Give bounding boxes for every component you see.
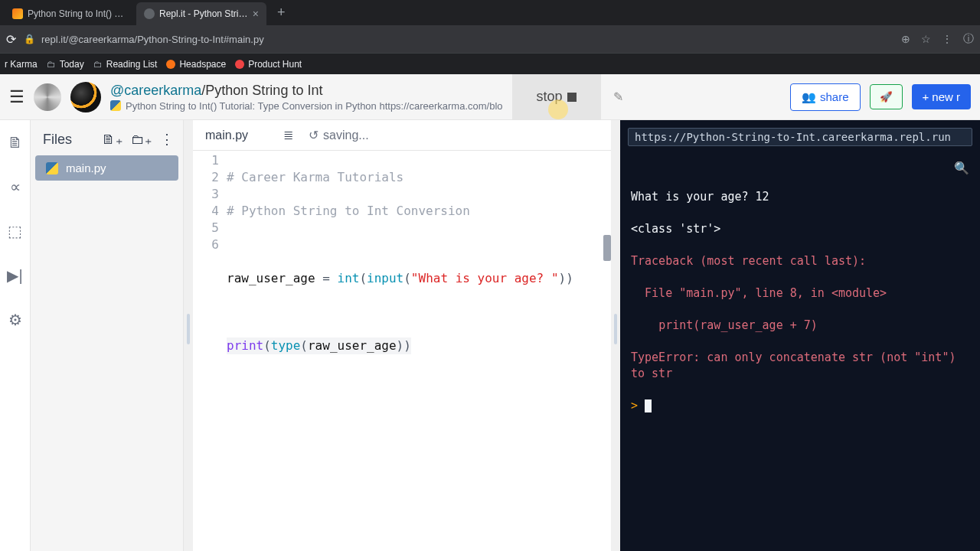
files-label: Files bbox=[43, 132, 72, 148]
project-description: Python String to Int() Tutorial: Type Co… bbox=[110, 100, 503, 112]
address-bar: ⟳ 🔒 repl.it/@careerkarma/Python-String-t… bbox=[0, 25, 980, 53]
folder-icon: 🗀 bbox=[93, 59, 103, 70]
addr-actions: ⊕ ☆ ⋮ ⓘ bbox=[901, 32, 974, 46]
editor-tabs: main.py ≣ ↺ saving... bbox=[193, 120, 611, 151]
version-icon[interactable]: ∝ bbox=[10, 178, 21, 196]
saving-indicator: ↺ saving... bbox=[309, 128, 369, 142]
replit-app: ☰ @careerkarma/Python String to Int Pyth… bbox=[0, 74, 980, 551]
browser-tab-2[interactable]: Repl.it - Python String to Int × bbox=[136, 2, 266, 25]
app-header: ☰ @careerkarma/Python String to Int Pyth… bbox=[0, 74, 980, 120]
lock-icon: 🔒 bbox=[24, 34, 35, 44]
dot-icon bbox=[166, 60, 175, 69]
url-field[interactable]: 🔒 repl.it/@careerkarma/Python-String-to-… bbox=[24, 34, 893, 45]
favicon-icon bbox=[12, 8, 23, 19]
file-name: main.py bbox=[66, 161, 106, 174]
share-icon: 👥 bbox=[802, 90, 816, 104]
files-icon[interactable]: 🗎 bbox=[8, 134, 23, 152]
app-body: 🗎 ∝ ⬚ ▶| ⚙ Files 🗎₊ 🗀₊ ⋮ main.py bbox=[0, 120, 980, 551]
bookmark-bar: r Karma 🗀Today 🗀Reading List Headspace P… bbox=[0, 53, 980, 74]
settings-icon[interactable]: ⚙ bbox=[8, 311, 22, 329]
format-icon[interactable]: ≣ bbox=[283, 128, 293, 142]
editor-pane: main.py ≣ ↺ saving... 1 2 3 4 5 6 # Care… bbox=[193, 120, 611, 551]
file-panel-header: Files 🗎₊ 🗀₊ ⋮ bbox=[31, 120, 183, 155]
info-icon[interactable]: ⓘ bbox=[963, 32, 974, 46]
menu-icon[interactable]: ☰ bbox=[9, 87, 24, 107]
new-repl-button[interactable]: + new r bbox=[912, 84, 971, 109]
left-sidebar: 🗎 ∝ ⬚ ▶| ⚙ bbox=[0, 120, 31, 551]
python-icon bbox=[46, 162, 58, 174]
url-text: repl.it/@careerkarma/Python-String-to-In… bbox=[41, 34, 264, 45]
project-info: @careerkarma/Python String to Int Python… bbox=[110, 83, 503, 112]
project-name: Python String to Int bbox=[205, 83, 322, 98]
bookmark-item[interactable]: r Karma bbox=[5, 59, 38, 70]
extension-icon[interactable]: ⋮ bbox=[942, 33, 952, 45]
share-button[interactable]: 👥 share bbox=[790, 83, 861, 111]
reload-icon[interactable]: ⟳ bbox=[6, 32, 16, 47]
pane-divider[interactable] bbox=[184, 120, 193, 551]
more-icon[interactable]: ⋮ bbox=[160, 131, 174, 148]
browser-tab-1[interactable]: Python String to Int() Tutorial: Ty bbox=[5, 2, 135, 25]
cursor-icon bbox=[645, 399, 652, 412]
debug-icon[interactable]: ▶| bbox=[7, 266, 22, 285]
new-folder-icon[interactable]: 🗀₊ bbox=[131, 131, 152, 148]
search-icon[interactable]: 🔍 bbox=[954, 160, 969, 176]
project-owner[interactable]: @careerkarma bbox=[110, 83, 201, 98]
editor-tab-main-py[interactable]: main.py bbox=[193, 120, 260, 150]
tab-label: main.py bbox=[205, 129, 248, 142]
edit-icon[interactable]: ✎ bbox=[613, 90, 623, 104]
plus-icon: + bbox=[923, 90, 929, 103]
scrollbar[interactable] bbox=[603, 235, 611, 261]
stop-button[interactable]: stop bbox=[512, 74, 601, 119]
tab-strip: Python String to Int() Tutorial: Ty Repl… bbox=[0, 0, 980, 25]
history-icon: ↺ bbox=[309, 128, 318, 142]
bookmark-item[interactable]: Product Hunt bbox=[235, 59, 302, 70]
line-gutter: 1 2 3 4 5 6 bbox=[193, 152, 227, 551]
zoom-icon[interactable]: ⊕ bbox=[901, 33, 910, 45]
bookmark-item[interactable]: 🗀Reading List bbox=[93, 59, 158, 70]
pane-divider[interactable] bbox=[611, 120, 620, 551]
drag-handle-icon[interactable] bbox=[614, 314, 617, 344]
code-content[interactable]: # Career Karma Tutorials # Python String… bbox=[227, 152, 611, 551]
code-editor[interactable]: 1 2 3 4 5 6 # Career Karma Tutorials # P… bbox=[193, 151, 611, 551]
breadcrumb: @careerkarma/Python String to Int bbox=[110, 83, 503, 99]
file-panel: Files 🗎₊ 🗀₊ ⋮ main.py bbox=[31, 120, 184, 551]
replit-logo-icon[interactable] bbox=[34, 83, 61, 111]
folder-icon: 🗀 bbox=[47, 59, 56, 70]
favicon-icon bbox=[144, 8, 155, 19]
stop-icon bbox=[567, 93, 577, 102]
tab-title: Python String to Int() Tutorial: Ty bbox=[28, 8, 127, 19]
packages-icon[interactable]: ⬚ bbox=[8, 222, 22, 240]
rocket-icon: 🚀 bbox=[880, 91, 893, 103]
drag-handle-icon[interactable] bbox=[187, 314, 190, 344]
new-tab-button[interactable]: + bbox=[268, 5, 295, 21]
console-url[interactable]: https://Python-String-to-Int.careerkarma… bbox=[628, 128, 972, 146]
python-icon bbox=[110, 100, 121, 111]
console-pane: https://Python-String-to-Int.careerkarma… bbox=[620, 120, 980, 551]
dot-icon bbox=[235, 60, 244, 69]
bookmark-item[interactable]: 🗀Today bbox=[47, 59, 84, 70]
prompt-icon: > bbox=[631, 399, 638, 412]
boost-button[interactable]: 🚀 bbox=[870, 84, 903, 109]
console-output[interactable]: 🔍 What is your age? 12 <class 'str'> Tra… bbox=[620, 154, 980, 551]
bookmark-item[interactable]: Headspace bbox=[166, 59, 226, 70]
close-icon[interactable]: × bbox=[253, 8, 259, 20]
star-icon[interactable]: ☆ bbox=[921, 33, 931, 45]
avatar[interactable] bbox=[70, 82, 101, 112]
new-file-icon[interactable]: 🗎₊ bbox=[102, 131, 123, 148]
file-item-main-py[interactable]: main.py bbox=[35, 155, 178, 181]
browser-chrome: Python String to Int() Tutorial: Ty Repl… bbox=[0, 0, 980, 74]
tab-title: Repl.it - Python String to Int bbox=[159, 8, 248, 19]
